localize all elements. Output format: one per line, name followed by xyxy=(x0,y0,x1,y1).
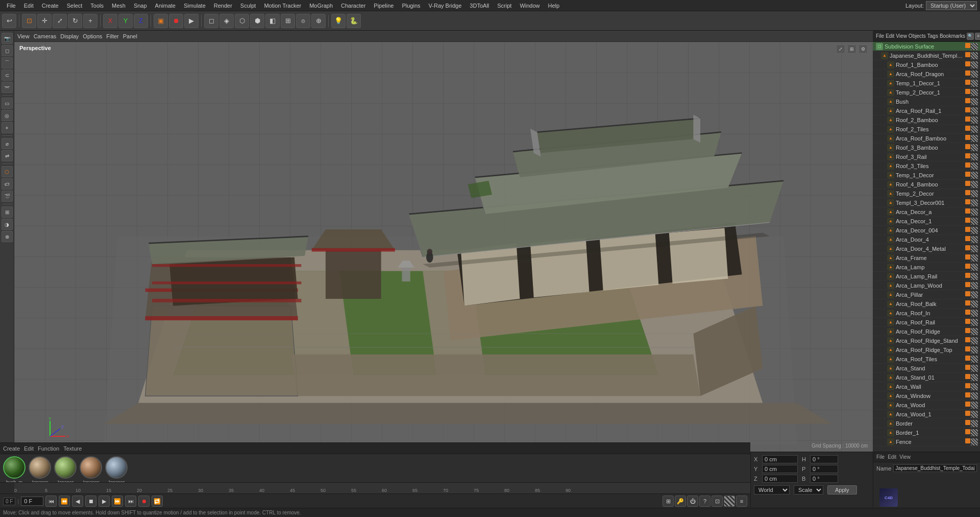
obj-list-item[interactable]: ▲Temp_2_Decor xyxy=(873,189,980,198)
obj-list-item[interactable]: ▲Arca_Roof_Ridge_Top xyxy=(873,345,980,355)
om-search-icon[interactable]: 🔍 xyxy=(967,33,974,40)
sidebar-floor-btn[interactable]: ▭ xyxy=(2,98,13,109)
obj-list-item[interactable]: ▲Roof_3_Rail xyxy=(873,152,980,161)
obj-list-item[interactable]: ▲Arca_Roof_Tiles xyxy=(873,355,980,364)
obj-list-item[interactable]: ▲Temp_1_Decor xyxy=(873,171,980,180)
obj-list-item[interactable]: ▲Japanese_Buddhist_Temple_Todai_Ji xyxy=(873,51,980,60)
om-file-menu[interactable]: File xyxy=(876,33,884,39)
menu-plugins[interactable]: Plugins xyxy=(398,2,424,10)
menu-snap[interactable]: Snap xyxy=(130,2,151,10)
material-item[interactable]: Japanes xyxy=(80,456,102,485)
python-btn[interactable]: 🐍 xyxy=(347,14,361,28)
sidebar-morph-btn[interactable]: ◑ xyxy=(2,219,13,230)
coord-b-input[interactable] xyxy=(810,475,838,483)
obj-list-item[interactable]: ▲Arca_Decor_004 xyxy=(873,226,980,235)
obj-list-item[interactable]: ▲Arca_Lamp xyxy=(873,263,980,272)
menu-window[interactable]: Window xyxy=(516,2,543,10)
vp-options-menu[interactable]: Options xyxy=(83,33,102,39)
live-selection-btn[interactable]: ⊡ xyxy=(22,14,36,28)
tl-go-start-btn[interactable]: ⏮ xyxy=(45,496,57,507)
z-axis-btn[interactable]: Z xyxy=(134,14,148,28)
bt-edit-menu[interactable]: Edit xyxy=(24,445,34,452)
obj-list-item[interactable]: ▲Arca_Lamp_Wood xyxy=(873,281,980,290)
menu-sculpt[interactable]: Sculpt xyxy=(237,2,260,10)
obj-list-item[interactable]: ▲Arca_Door_4_Metal xyxy=(873,244,980,253)
om-bookmarks-menu[interactable]: Bookmarks xyxy=(940,33,965,39)
coord-x-input[interactable] xyxy=(762,455,798,463)
om-view-menu[interactable]: View xyxy=(896,33,907,39)
coord-world-select[interactable]: World xyxy=(754,485,790,495)
uv-mode-btn[interactable]: ◧ xyxy=(265,14,280,28)
coord-scale-select[interactable]: Scale xyxy=(794,485,823,495)
coord-y-input[interactable] xyxy=(762,465,798,473)
sidebar-material-btn[interactable]: ⬡ xyxy=(2,166,13,177)
point-mode-btn[interactable]: ⬢ xyxy=(250,14,264,28)
apply-button[interactable]: Apply xyxy=(827,485,857,495)
menu-vray[interactable]: V-Ray Bridge xyxy=(425,2,465,10)
obj-list-item[interactable]: ▲Arca_Window xyxy=(873,391,980,401)
obj-list-item[interactable]: ▲Roof_2_Bamboo xyxy=(873,115,980,125)
obj-list-item[interactable]: ▲Roof_2_Tiles xyxy=(873,125,980,134)
obj-list-item[interactable]: ▲Fence xyxy=(873,437,980,447)
sidebar-tag-btn[interactable]: 🏷 xyxy=(2,178,13,190)
obj-list-item[interactable]: ▲Roof_4_Bamboo xyxy=(873,180,980,189)
tl-next-frame-btn[interactable]: ⏩ xyxy=(112,496,123,507)
obj-list-item[interactable]: ▲Roof_1_Bamboo xyxy=(873,60,980,69)
x-axis-btn[interactable]: X xyxy=(103,14,117,28)
obj-list-item[interactable]: ▲Arca_Roof_Dragon xyxy=(873,69,980,79)
menu-character[interactable]: Character xyxy=(337,2,369,10)
sidebar-xref-btn[interactable]: ⊞ xyxy=(2,206,13,218)
menu-edit[interactable]: Edit xyxy=(20,2,37,10)
obj-list-item[interactable]: ▲Temp_1_Decor_1 xyxy=(873,79,980,88)
obj-list-item[interactable]: ▲Arca_Decor_1 xyxy=(873,217,980,226)
obj-list-item[interactable]: ▲Arca_Roof_Bamboo xyxy=(873,134,980,143)
material-item[interactable]: Japanes xyxy=(29,456,51,485)
bt-function-menu[interactable]: Function xyxy=(38,445,59,452)
tl-key-btn[interactable]: 🔑 xyxy=(675,496,686,507)
texture-mode-btn[interactable]: ⊞ xyxy=(281,14,295,28)
obj-list-item[interactable]: ▲Arca_Wall xyxy=(873,382,980,391)
obj-list-item[interactable]: ▲Arca_Door_4 xyxy=(873,235,980,244)
transform-btn[interactable]: + xyxy=(83,14,97,28)
obj-list-item[interactable]: ▲Roof_3_Bamboo xyxy=(873,143,980,152)
tl-help-btn[interactable]: ? xyxy=(699,496,710,507)
tl-frame-input[interactable] xyxy=(21,497,43,506)
sidebar-spline-btn[interactable]: ⌒ xyxy=(2,57,13,68)
sidebar-cinema-btn[interactable]: 🎬 xyxy=(2,191,13,202)
obj-list-item[interactable]: ▲Roof_3_Tiles xyxy=(873,161,980,171)
tl-checkerboard-btn[interactable] xyxy=(724,496,735,507)
sidebar-env-btn[interactable]: ◎ xyxy=(2,110,13,121)
sidebar-snap2-btn[interactable]: ⊗ xyxy=(2,231,13,242)
obj-list-item[interactable]: ▲Border xyxy=(873,419,980,428)
sidebar-cube-btn[interactable]: ◻ xyxy=(2,45,13,56)
coord-z-input[interactable] xyxy=(762,475,798,483)
obj-root-item[interactable]: ◻ Subdivision Surface xyxy=(873,42,980,51)
obj-list-item[interactable]: ▲Templ_3_Decor001 xyxy=(873,198,980,207)
bt-create-menu[interactable]: Create xyxy=(3,445,20,452)
light-btn[interactable]: 💡 xyxy=(331,14,346,28)
vp-display-menu[interactable]: Display xyxy=(60,33,79,39)
obj-list-item[interactable]: ▲Arca_Wood_1 xyxy=(873,410,980,419)
sidebar-measure-btn[interactable]: ⌀ xyxy=(2,138,13,149)
om-objects-menu[interactable]: Objects xyxy=(909,33,926,39)
obj-list-item[interactable]: ▲Arca_Stand_01 xyxy=(873,373,980,382)
tl-prev-frame-btn[interactable]: ⏪ xyxy=(59,496,70,507)
snap-btn[interactable]: ⊕ xyxy=(311,14,326,28)
menu-3dtoall[interactable]: 3DToAll xyxy=(466,2,493,10)
tl-layout-btn[interactable]: ⊡ xyxy=(712,496,723,507)
obj-list-item[interactable]: ▲Arca_Roof_Balk xyxy=(873,299,980,309)
tl-play-btn[interactable]: ▶ xyxy=(99,496,110,507)
menu-select[interactable]: Select xyxy=(63,2,86,10)
obj-list-item[interactable]: ▲Border_1 xyxy=(873,428,980,437)
timeline-ruler[interactable]: 051015202530354045505560657075808590 xyxy=(14,483,750,494)
obj-list-item[interactable]: ▲Arca_Frame xyxy=(873,253,980,263)
workplane-btn[interactable]: ⌾ xyxy=(296,14,310,28)
y-axis-btn[interactable]: Y xyxy=(118,14,133,28)
viewport[interactable]: Perspective ⤢ ⊞ ⚙ xyxy=(14,42,873,452)
sidebar-deform-btn[interactable]: ⌤ xyxy=(2,82,13,93)
menu-script[interactable]: Script xyxy=(494,2,515,10)
obj-list-item[interactable]: ▲Arca_Roof_Ridge xyxy=(873,327,980,336)
sidebar-align-btn[interactable]: ⇌ xyxy=(2,150,13,161)
material-item[interactable]: Japanes xyxy=(105,456,128,485)
tl-power-btn[interactable]: ⏻ xyxy=(687,496,698,507)
